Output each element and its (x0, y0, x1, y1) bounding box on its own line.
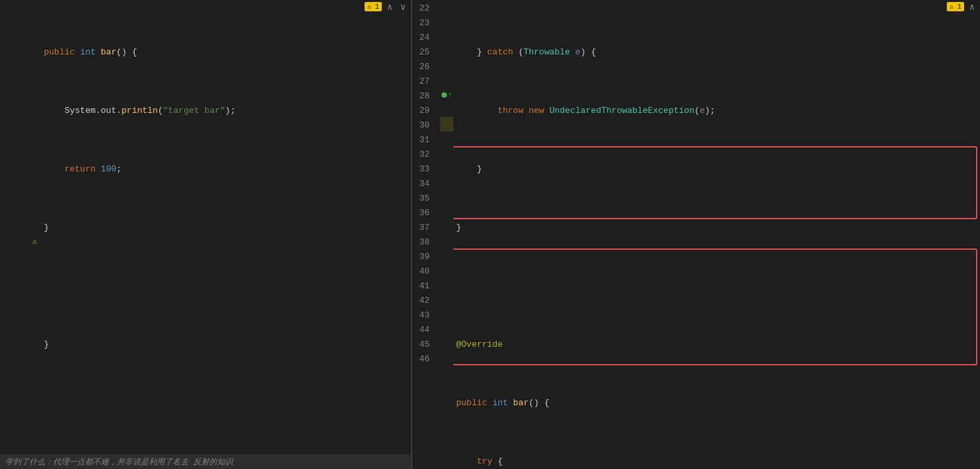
right-line-numbers: 22 23 24 25 26 27 28 29 30 31 32 33 34 3… (412, 0, 440, 469)
code-line: try { (453, 454, 980, 469)
right-code-content: } catch (Throwable e) { throw new Undecl… (453, 0, 980, 469)
code-line: } (41, 221, 411, 235)
left-gutter: ⚠ (28, 0, 41, 469)
left-nav-down[interactable]: ∨ (398, 1, 408, 12)
code-line: public int bar() { (453, 396, 980, 411)
code-line: return 100; (41, 162, 411, 177)
code-line: System.out.println("target bar"); (41, 104, 411, 118)
code-line (41, 279, 411, 294)
left-code-content: public int bar() { System.out.println("t… (41, 0, 411, 469)
right-warning-bar: ⚠ 1 ∧ (941, 0, 980, 13)
left-line-numbers (0, 0, 28, 469)
left-code-area: ⚠ public int bar() { System.out.println(… (0, 0, 411, 469)
right-code-area: 22 23 24 25 26 27 28 29 30 31 32 33 34 3… (412, 0, 980, 469)
code-line: } (453, 221, 980, 235)
right-gutter: ↑ (440, 0, 453, 469)
editor-container: ⚠ 1 ∧ ∨ (0, 0, 980, 469)
code-line: } (41, 337, 411, 352)
left-warning-bar: ⚠ 1 ∧ ∨ (359, 0, 411, 13)
code-line: throw new UndeclaredThrowableException(e… (453, 104, 980, 118)
code-line: @Override (453, 337, 980, 352)
right-pane: ⚠ 1 ∧ 22 23 24 25 26 27 28 29 30 31 32 3… (412, 0, 980, 469)
code-line (453, 279, 980, 294)
right-warning-badge[interactable]: ⚠ 1 (947, 2, 964, 11)
code-line (41, 396, 411, 411)
code-line: } (453, 162, 980, 177)
left-pane: ⚠ 1 ∧ ∨ (0, 0, 412, 469)
breakpoint-dot[interactable]: ↑ (442, 91, 452, 99)
code-line: public int bar() { (41, 45, 411, 60)
code-line (41, 440, 411, 454)
code-line: } catch (Throwable e) { (453, 45, 980, 60)
bottom-comment: 学到了什么：代理一点都不难，并非说是利用了名去 反射的知识 (0, 454, 411, 469)
right-nav-up[interactable]: ∧ (967, 1, 977, 12)
left-nav-up[interactable]: ∧ (384, 1, 395, 12)
left-warning-badge[interactable]: ⚠ 1 (365, 2, 382, 11)
